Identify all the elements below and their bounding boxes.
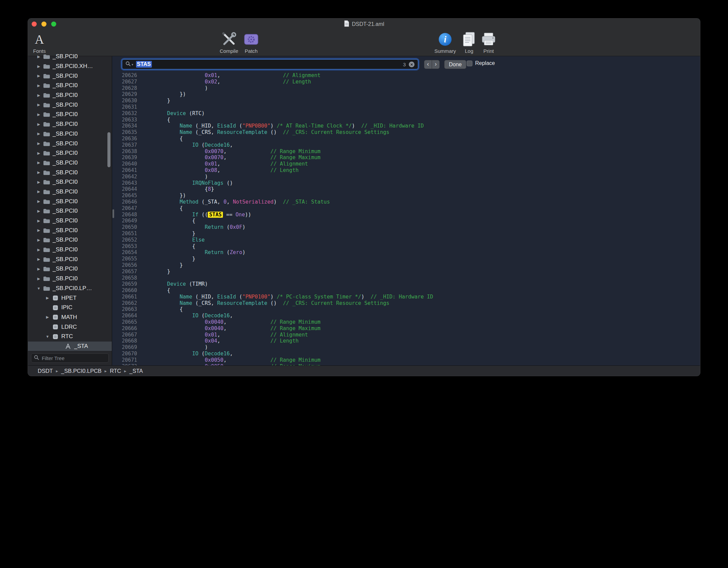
minimize-button[interactable] <box>41 22 46 27</box>
code-line[interactable]: 20657 } <box>112 269 700 275</box>
disclosure-collapsed-icon[interactable]: ▶ <box>36 122 41 127</box>
code-line[interactable]: 20654 Return (Zero) <box>112 249 700 256</box>
code-line[interactable]: 20631 <box>112 104 700 110</box>
tree-item-sb-pci0[interactable]: ▶_SB.PCI0 <box>28 235 112 245</box>
code-line[interactable]: 20643 IRQNoFlags () <box>112 180 700 186</box>
tree-item-sb-pci0[interactable]: ▶_SB.PCI0 <box>28 100 112 110</box>
code-line[interactable]: 20644 {8} <box>112 186 700 192</box>
breadcrumb-item-sb-pci0-lpcb[interactable]: _SB.PCI0.LPCB <box>61 368 101 374</box>
code-line[interactable]: 20660 { <box>112 287 700 294</box>
code-line[interactable]: 20664 IO (Decode16, <box>112 313 700 319</box>
code-line[interactable]: 20648 If ((STAS == One)) <box>112 212 700 218</box>
code-line[interactable]: 20672 0x0050, // Range Maximum <box>112 363 700 365</box>
code-line[interactable]: 20641 0x08, // Length <box>112 167 700 174</box>
tree-item-sb-pci0[interactable]: ▶_SB.PCI0 <box>28 91 112 100</box>
breadcrumb-item-dsdt[interactable]: DSDT <box>38 368 53 374</box>
disclosure-collapsed-icon[interactable]: ▶ <box>36 180 41 184</box>
filter-field[interactable] <box>31 353 109 363</box>
disclosure-collapsed-icon[interactable]: ▶ <box>36 151 41 155</box>
fonts-button[interactable]: A Fonts <box>28 31 58 54</box>
tree-item-sb-pci0[interactable]: ▶_SB.PCI0 <box>28 254 112 264</box>
disclosure-collapsed-icon[interactable]: ▶ <box>36 228 41 233</box>
code-line[interactable]: 20670 IO (Decode16, <box>112 351 700 357</box>
tree-item-sb-pci0[interactable]: ▶_SB.PCI0 <box>28 206 112 216</box>
title-bar[interactable]: DSDT-21.aml <box>28 19 700 30</box>
disclosure-collapsed-icon[interactable]: ▶ <box>36 112 41 117</box>
disclosure-collapsed-icon[interactable]: ▶ <box>36 132 41 136</box>
tree-item-sb-pci0[interactable]: ▶_SB.PCI0 <box>28 148 112 158</box>
tree-item-sb-pci0[interactable]: ▶_SB.PCI0 <box>28 187 112 197</box>
disclosure-collapsed-icon[interactable]: ▶ <box>36 277 41 281</box>
zoom-button[interactable] <box>51 22 56 27</box>
code-line[interactable]: 20637 IO (Decode16, <box>112 142 700 148</box>
disclosure-collapsed-icon[interactable]: ▶ <box>36 141 41 146</box>
code-line[interactable]: 20642 ) <box>112 174 700 180</box>
code-line[interactable]: 20656 } <box>112 262 700 269</box>
code-line[interactable]: 20636 { <box>112 136 700 142</box>
filter-tree-input[interactable] <box>41 355 106 361</box>
code-line[interactable]: 20633 { <box>112 117 700 123</box>
tree-item-sb-pci0[interactable]: ▶_SB.PCI0 <box>28 158 112 168</box>
code-line[interactable]: 20645 }) <box>112 192 700 199</box>
tree-item-rtc[interactable]: ▼RTC <box>28 332 112 342</box>
code-line[interactable]: 20659 Device (TIMR) <box>112 281 700 287</box>
code-line[interactable]: 20652 Else <box>112 237 700 243</box>
tree-item-sb-pci0-xh[interactable]: ▶_SB.PCI0.XH… <box>28 62 112 71</box>
code-line[interactable]: 20650 Return (0x0F) <box>112 224 700 230</box>
search-menu-caret-icon[interactable]: ▾ <box>132 63 133 66</box>
disclosure-collapsed-icon[interactable]: ▶ <box>36 257 41 261</box>
tree-item-sb-pci0[interactable]: ▶_SB.PCI0 <box>28 52 112 62</box>
tree-item-sb-pci0[interactable]: ▶_SB.PCI0 <box>28 197 112 206</box>
disclosure-collapsed-icon[interactable]: ▶ <box>36 103 41 107</box>
disclosure-collapsed-icon[interactable]: ▶ <box>36 238 41 242</box>
disclosure-collapsed-icon[interactable]: ▶ <box>36 209 41 213</box>
tree-item-sb-pci0[interactable]: ▶_SB.PCI0 <box>28 119 112 129</box>
breadcrumb-item-rtc[interactable]: RTC <box>110 368 121 374</box>
code-line[interactable]: 20646 Method (_STA, 0, NotSerialized) //… <box>112 199 700 205</box>
code-line[interactable]: 20663 { <box>112 306 700 313</box>
disclosure-collapsed-icon[interactable]: ▶ <box>36 267 41 271</box>
code-line[interactable]: 20671 0x0050, // Range Minimum <box>112 357 700 363</box>
disclosure-collapsed-icon[interactable]: ▶ <box>36 248 41 252</box>
disclosure-collapsed-icon[interactable]: ▶ <box>36 199 41 204</box>
tree-item-sb-pci0-lp[interactable]: ▼_SB.PCI0.LP… <box>28 284 112 293</box>
tree-item-ipic[interactable]: IPIC <box>28 303 112 313</box>
code-line[interactable]: 20630 } <box>112 98 700 104</box>
code-line[interactable]: 20638 0x0070, // Range Minimum <box>112 148 700 155</box>
code-line[interactable]: 20635 Name (_CRS, ResourceTemplate () //… <box>112 129 700 136</box>
code-line[interactable]: 20632 Device (RTC) <box>112 110 700 117</box>
pane-splitter-handle[interactable] <box>112 209 114 218</box>
patch-button[interactable]: Patch <box>233 31 270 54</box>
tree-item-ldrc[interactable]: LDRC <box>28 322 112 332</box>
close-button[interactable] <box>32 22 37 27</box>
tree-item-sb-pci0[interactable]: ▶_SB.PCI0 <box>28 129 112 139</box>
code-line[interactable]: 20626 0x01, // Alignment <box>112 72 700 79</box>
disclosure-collapsed-icon[interactable]: ▶ <box>36 170 41 175</box>
disclosure-collapsed-icon[interactable]: ▶ <box>45 296 50 300</box>
clear-search-icon[interactable]: × <box>409 62 415 67</box>
tree-item-sb-pci0[interactable]: ▶_SB.PCI0 <box>28 245 112 255</box>
disclosure-collapsed-icon[interactable]: ▶ <box>36 55 41 59</box>
print-button[interactable]: Print <box>470 31 507 54</box>
tree-item-sb-pci0[interactable]: ▶_SB.PCI0 <box>28 71 112 81</box>
code-line[interactable]: 20668 0x04, // Length <box>112 338 700 344</box>
tree-item-sb-pci0[interactable]: ▶_SB.PCI0 <box>28 81 112 91</box>
tree-item-sb-pci0[interactable]: ▶_SB.PCI0 <box>28 264 112 274</box>
code-line[interactable]: 20651 } <box>112 230 700 237</box>
disclosure-collapsed-icon[interactable]: ▶ <box>36 189 41 194</box>
code-line[interactable]: 20634 Name (_HID, EisaId ("PNP0B00") /* … <box>112 123 700 129</box>
code-line[interactable]: 20662 Name (_CRS, ResourceTemplate () //… <box>112 300 700 307</box>
code-line[interactable]: 20629 }) <box>112 91 700 98</box>
disclosure-collapsed-icon[interactable]: ▶ <box>36 83 41 88</box>
tree-item-sb-pci0[interactable]: ▶_SB.PCI0 <box>28 225 112 235</box>
breadcrumb-item-sta[interactable]: _STA <box>129 368 143 374</box>
code-line[interactable]: 20649 { <box>112 218 700 224</box>
tree-item-hpet[interactable]: ▶HPET <box>28 293 112 303</box>
code-line[interactable]: 20627 0x02, // Length <box>112 79 700 85</box>
code-line[interactable]: 20669 ) <box>112 344 700 351</box>
code-line[interactable]: 20665 0x0040, // Range Minimum <box>112 319 700 325</box>
disclosure-collapsed-icon[interactable]: ▶ <box>36 161 41 165</box>
search-input[interactable]: ▾ STAS 3 × <box>122 59 418 69</box>
code-line[interactable]: 20667 0x01, // Alignment <box>112 332 700 338</box>
disclosure-collapsed-icon[interactable]: ▶ <box>36 93 41 98</box>
